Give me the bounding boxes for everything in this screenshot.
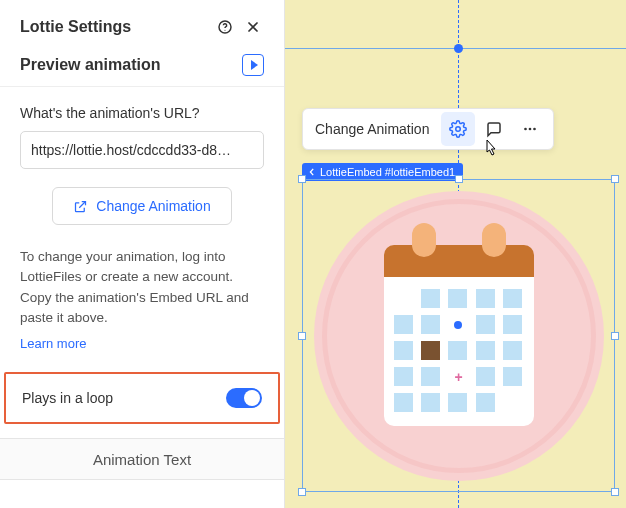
external-link-icon [73,199,88,214]
svg-point-1 [224,30,225,31]
preview-label: Preview animation [20,56,242,74]
editor-canvas[interactable]: Change Animation LottieEmbed #lottieEmbe… [285,0,626,508]
animation-url-input[interactable] [20,131,264,169]
settings-button[interactable] [441,112,475,146]
chevron-left-icon [308,168,316,176]
change-animation-label: Change Animation [96,198,210,214]
comment-icon [485,120,503,138]
svg-point-3 [525,128,528,131]
preview-animation-row[interactable]: Preview animation [0,50,284,87]
close-icon[interactable] [242,16,264,38]
panel-title: Lottie Settings [20,18,214,36]
svg-point-5 [534,128,537,131]
lottie-preview: + [303,180,614,491]
help-text: To change your animation, log into Lotti… [0,225,284,354]
more-button[interactable] [513,112,547,146]
play-icon[interactable] [242,54,264,76]
loop-label: Plays in a loop [22,390,226,406]
lottie-settings-panel: Lottie Settings Preview animation What's… [0,0,285,508]
toolbar-change-animation[interactable]: Change Animation [315,121,439,137]
svg-point-4 [529,128,532,131]
change-animation-button[interactable]: Change Animation [52,187,232,225]
svg-point-2 [456,127,461,132]
loop-toggle[interactable] [226,388,262,408]
animation-text-tab[interactable]: Animation Text [0,438,284,480]
help-icon[interactable] [214,16,236,38]
url-field-label: What's the animation's URL? [20,105,264,121]
context-toolbar: Change Animation [302,108,554,150]
guide-handle[interactable] [454,44,463,53]
calendar-graphic: + [384,245,534,426]
plays-in-loop-row: Plays in a loop [4,372,280,424]
gear-icon [449,120,467,138]
selection-box[interactable]: + [302,179,615,492]
learn-more-link[interactable]: Learn more [20,334,86,354]
comment-button[interactable] [477,112,511,146]
panel-header: Lottie Settings [0,0,284,50]
more-icon [521,120,539,138]
